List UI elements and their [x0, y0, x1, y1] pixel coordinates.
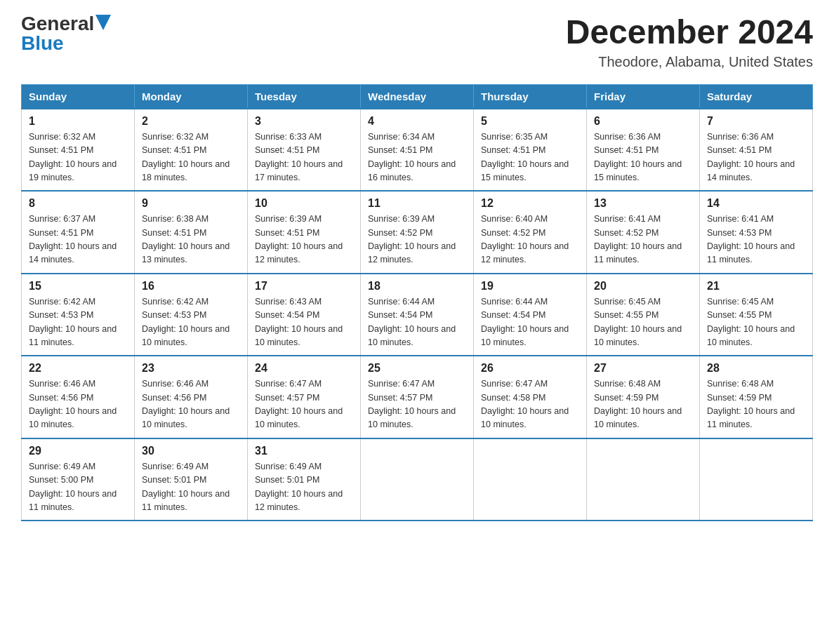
day-number: 2	[142, 115, 240, 128]
calendar-day-cell: 21 Sunrise: 6:45 AM Sunset: 4:55 PM Dayl…	[700, 274, 813, 356]
day-number: 28	[707, 362, 805, 375]
day-number: 25	[368, 362, 466, 375]
title-section: December 2024 Theodore, Alabama, United …	[566, 14, 813, 70]
day-number: 13	[594, 197, 692, 210]
day-info: Sunrise: 6:41 AM Sunset: 4:53 PM Dayligh…	[707, 213, 805, 267]
day-number: 22	[29, 362, 127, 375]
calendar-day-cell	[700, 438, 813, 521]
calendar-day-cell: 18 Sunrise: 6:44 AM Sunset: 4:54 PM Dayl…	[361, 274, 474, 356]
calendar-week-row: 8 Sunrise: 6:37 AM Sunset: 4:51 PM Dayli…	[22, 191, 813, 274]
day-info: Sunrise: 6:47 AM Sunset: 4:57 PM Dayligh…	[255, 377, 353, 432]
day-number: 14	[707, 197, 805, 210]
logo-triangle-icon	[95, 15, 111, 30]
day-number: 12	[481, 197, 579, 210]
day-number: 5	[481, 115, 579, 128]
day-number: 30	[142, 445, 240, 457]
day-number: 10	[255, 197, 353, 210]
day-info: Sunrise: 6:41 AM Sunset: 4:52 PM Dayligh…	[594, 213, 692, 267]
day-number: 23	[142, 362, 240, 375]
calendar-day-cell: 6 Sunrise: 6:36 AM Sunset: 4:51 PM Dayli…	[587, 109, 700, 192]
day-info: Sunrise: 6:39 AM Sunset: 4:51 PM Dayligh…	[255, 213, 353, 267]
calendar-day-cell: 30 Sunrise: 6:49 AM Sunset: 5:01 PM Dayl…	[135, 438, 248, 521]
calendar-day-cell: 26 Sunrise: 6:47 AM Sunset: 4:58 PM Dayl…	[474, 356, 587, 438]
day-info: Sunrise: 6:49 AM Sunset: 5:01 PM Dayligh…	[142, 460, 240, 515]
calendar-day-cell: 11 Sunrise: 6:39 AM Sunset: 4:52 PM Dayl…	[361, 191, 474, 274]
day-number: 17	[255, 280, 353, 293]
day-number: 8	[29, 197, 127, 210]
day-number: 18	[368, 280, 466, 293]
day-number: 3	[255, 115, 353, 128]
day-number: 7	[707, 115, 805, 128]
day-of-week-header-monday: Monday	[135, 84, 248, 109]
calendar-day-cell: 5 Sunrise: 6:35 AM Sunset: 4:51 PM Dayli…	[474, 109, 587, 192]
calendar-day-cell	[361, 438, 474, 521]
day-number: 31	[255, 445, 353, 457]
day-number: 20	[594, 280, 692, 293]
calendar-day-cell: 16 Sunrise: 6:42 AM Sunset: 4:53 PM Dayl…	[135, 274, 248, 356]
day-info: Sunrise: 6:49 AM Sunset: 5:01 PM Dayligh…	[255, 460, 353, 515]
day-info: Sunrise: 6:48 AM Sunset: 4:59 PM Dayligh…	[594, 377, 692, 432]
day-info: Sunrise: 6:36 AM Sunset: 4:51 PM Dayligh…	[594, 130, 692, 185]
day-info: Sunrise: 6:43 AM Sunset: 4:54 PM Dayligh…	[255, 295, 353, 350]
day-number: 27	[594, 362, 692, 375]
logo-blue-text: Blue	[21, 34, 64, 53]
day-number: 6	[594, 115, 692, 128]
calendar-day-cell: 29 Sunrise: 6:49 AM Sunset: 5:00 PM Dayl…	[22, 438, 135, 521]
day-of-week-header-friday: Friday	[587, 84, 700, 109]
day-info: Sunrise: 6:35 AM Sunset: 4:51 PM Dayligh…	[481, 130, 579, 185]
calendar-day-cell: 22 Sunrise: 6:46 AM Sunset: 4:56 PM Dayl…	[22, 356, 135, 438]
day-number: 16	[142, 280, 240, 293]
day-info: Sunrise: 6:32 AM Sunset: 4:51 PM Dayligh…	[142, 130, 240, 185]
location-text: Theodore, Alabama, United States	[566, 54, 813, 70]
calendar-day-cell: 2 Sunrise: 6:32 AM Sunset: 4:51 PM Dayli…	[135, 109, 248, 192]
svg-marker-0	[95, 15, 111, 30]
day-info: Sunrise: 6:47 AM Sunset: 4:57 PM Dayligh…	[368, 377, 466, 432]
day-info: Sunrise: 6:47 AM Sunset: 4:58 PM Dayligh…	[481, 377, 579, 432]
calendar-day-cell	[474, 438, 587, 521]
day-number: 15	[29, 280, 127, 293]
day-number: 4	[368, 115, 466, 128]
calendar-day-cell: 19 Sunrise: 6:44 AM Sunset: 4:54 PM Dayl…	[474, 274, 587, 356]
day-number: 24	[255, 362, 353, 375]
day-info: Sunrise: 6:45 AM Sunset: 4:55 PM Dayligh…	[594, 295, 692, 350]
day-info: Sunrise: 6:38 AM Sunset: 4:51 PM Dayligh…	[142, 213, 240, 267]
day-number: 1	[29, 115, 127, 128]
day-info: Sunrise: 6:42 AM Sunset: 4:53 PM Dayligh…	[29, 295, 127, 350]
day-number: 19	[481, 280, 579, 293]
calendar-day-cell: 12 Sunrise: 6:40 AM Sunset: 4:52 PM Dayl…	[474, 191, 587, 274]
day-of-week-header-saturday: Saturday	[700, 84, 813, 109]
calendar-week-row: 29 Sunrise: 6:49 AM Sunset: 5:00 PM Dayl…	[22, 438, 813, 521]
day-info: Sunrise: 6:46 AM Sunset: 4:56 PM Dayligh…	[29, 377, 127, 432]
calendar-day-cell: 24 Sunrise: 6:47 AM Sunset: 4:57 PM Dayl…	[248, 356, 361, 438]
day-of-week-header-sunday: Sunday	[22, 84, 135, 109]
calendar-week-row: 1 Sunrise: 6:32 AM Sunset: 4:51 PM Dayli…	[22, 109, 813, 192]
calendar-day-cell: 10 Sunrise: 6:39 AM Sunset: 4:51 PM Dayl…	[248, 191, 361, 274]
calendar-week-row: 22 Sunrise: 6:46 AM Sunset: 4:56 PM Dayl…	[22, 356, 813, 438]
calendar-day-cell: 20 Sunrise: 6:45 AM Sunset: 4:55 PM Dayl…	[587, 274, 700, 356]
day-of-week-header-wednesday: Wednesday	[361, 84, 474, 109]
calendar-week-row: 15 Sunrise: 6:42 AM Sunset: 4:53 PM Dayl…	[22, 274, 813, 356]
day-info: Sunrise: 6:39 AM Sunset: 4:52 PM Dayligh…	[368, 213, 466, 267]
calendar-day-cell: 31 Sunrise: 6:49 AM Sunset: 5:01 PM Dayl…	[248, 438, 361, 521]
day-info: Sunrise: 6:37 AM Sunset: 4:51 PM Dayligh…	[29, 213, 127, 267]
calendar-day-cell: 14 Sunrise: 6:41 AM Sunset: 4:53 PM Dayl…	[700, 191, 813, 274]
calendar-day-cell: 17 Sunrise: 6:43 AM Sunset: 4:54 PM Dayl…	[248, 274, 361, 356]
calendar-day-cell: 23 Sunrise: 6:46 AM Sunset: 4:56 PM Dayl…	[135, 356, 248, 438]
calendar-header-row: SundayMondayTuesdayWednesdayThursdayFrid…	[22, 84, 813, 109]
day-of-week-header-thursday: Thursday	[474, 84, 587, 109]
day-info: Sunrise: 6:46 AM Sunset: 4:56 PM Dayligh…	[142, 377, 240, 432]
day-info: Sunrise: 6:40 AM Sunset: 4:52 PM Dayligh…	[481, 213, 579, 267]
day-info: Sunrise: 6:42 AM Sunset: 4:53 PM Dayligh…	[142, 295, 240, 350]
logo: General Blue	[21, 14, 111, 53]
day-info: Sunrise: 6:48 AM Sunset: 4:59 PM Dayligh…	[707, 377, 805, 432]
day-info: Sunrise: 6:44 AM Sunset: 4:54 PM Dayligh…	[368, 295, 466, 350]
calendar-day-cell: 4 Sunrise: 6:34 AM Sunset: 4:51 PM Dayli…	[361, 109, 474, 192]
day-number: 9	[142, 197, 240, 210]
calendar-day-cell: 3 Sunrise: 6:33 AM Sunset: 4:51 PM Dayli…	[248, 109, 361, 192]
calendar-day-cell: 9 Sunrise: 6:38 AM Sunset: 4:51 PM Dayli…	[135, 191, 248, 274]
day-info: Sunrise: 6:44 AM Sunset: 4:54 PM Dayligh…	[481, 295, 579, 350]
calendar-day-cell: 13 Sunrise: 6:41 AM Sunset: 4:52 PM Dayl…	[587, 191, 700, 274]
day-info: Sunrise: 6:45 AM Sunset: 4:55 PM Dayligh…	[707, 295, 805, 350]
month-title: December 2024	[566, 14, 813, 51]
calendar-day-cell: 7 Sunrise: 6:36 AM Sunset: 4:51 PM Dayli…	[700, 109, 813, 192]
